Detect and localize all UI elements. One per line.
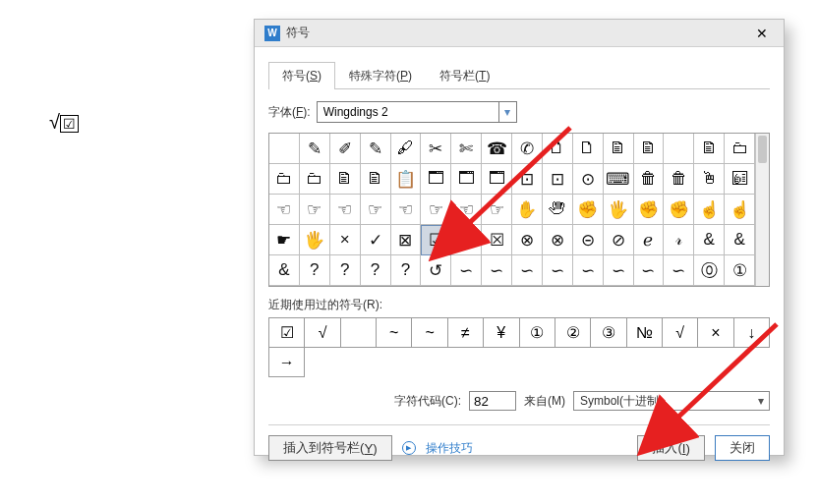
symbol-cell[interactable]: ☝ <box>694 195 725 225</box>
recent-symbol-cell[interactable]: ① <box>520 318 555 348</box>
symbol-cell[interactable]: ☞ <box>300 195 330 225</box>
symbol-cell[interactable]: ⊙ <box>573 164 604 195</box>
close-icon[interactable]: ✕ <box>744 20 780 47</box>
symbol-cell[interactable]: ☞ <box>482 195 512 225</box>
symbol-cell[interactable]: ∽ <box>451 255 482 286</box>
recent-symbol-cell[interactable]: ☑ <box>269 318 305 348</box>
symbol-cell[interactable]: ☜ <box>269 195 300 225</box>
symbol-cell[interactable]: ✄ <box>451 134 482 164</box>
chevron-down-icon[interactable]: ▾ <box>753 394 769 408</box>
symbol-cell[interactable]: 🖑 <box>543 195 573 225</box>
symbol-cell[interactable]: 🗀 <box>300 164 330 195</box>
symbol-cell[interactable]: 🗑 <box>664 164 694 195</box>
symbol-cell[interactable]: ✂ <box>421 134 451 164</box>
symbol-cell[interactable]: 🖐 <box>604 195 634 225</box>
symbol-cell[interactable]: ⌨ <box>604 164 634 195</box>
symbol-cell[interactable]: ⊘ <box>604 225 634 255</box>
symbol-cell[interactable]: 🗟 <box>725 164 755 195</box>
symbol-cell[interactable]: ✐ <box>330 134 361 164</box>
symbol-cell[interactable]: ⊝ <box>573 225 604 255</box>
symbol-cell[interactable]: ↺ <box>421 255 451 286</box>
symbol-cell[interactable]: 🗑 <box>634 164 665 195</box>
symbol-cell[interactable]: & <box>694 225 725 255</box>
recent-symbol-cell[interactable]: ↓ <box>734 318 770 348</box>
symbol-cell[interactable]: ✆ <box>512 134 543 164</box>
symbol-cell[interactable]: 🗋 <box>543 134 573 164</box>
scrollbar-thumb[interactable] <box>758 136 767 163</box>
symbol-cell[interactable]: ☑ <box>421 225 451 255</box>
symbol-cell[interactable]: 🖱 <box>694 164 725 195</box>
symbol-cell[interactable] <box>269 134 300 164</box>
symbol-cell[interactable]: ✊ <box>573 195 604 225</box>
symbol-cell[interactable]: ✋ <box>512 195 543 225</box>
symbol-cell[interactable]: ∽ <box>573 255 604 286</box>
symbol-cell[interactable]: 🖐 <box>300 225 330 255</box>
symbol-cell[interactable]: ☒ <box>482 225 512 255</box>
recent-symbol-cell[interactable]: ~ <box>377 318 412 348</box>
symbol-cell[interactable]: ✊ <box>664 195 694 225</box>
from-combo[interactable]: Symbol(十进制) ▾ <box>573 391 770 411</box>
symbol-cell[interactable]: ✓ <box>361 225 391 255</box>
symbol-cell[interactable]: ⓪ <box>694 255 725 286</box>
symbol-cell[interactable]: 🖋 <box>391 134 422 164</box>
symbol-cell[interactable]: ① <box>725 255 755 286</box>
symbol-cell[interactable]: ⊡ <box>512 164 543 195</box>
insert-button[interactable]: 插入(I) <box>637 435 705 461</box>
recent-symbol-cell[interactable]: ≠ <box>448 318 484 348</box>
recent-symbol-cell[interactable]: √ <box>663 318 698 348</box>
symbol-cell[interactable]: 📋 <box>391 164 422 195</box>
symbol-cell[interactable]: ✊ <box>634 195 665 225</box>
symbol-cell[interactable]: 🗔 <box>421 164 451 195</box>
symbol-cell[interactable]: ☛ <box>269 225 300 255</box>
recent-symbol-cell[interactable]: ¥ <box>484 318 519 348</box>
recent-symbol-cell[interactable] <box>341 318 377 348</box>
symbol-cell[interactable]: ☝ <box>725 195 755 225</box>
tab-special-chars[interactable]: 特殊字符(P) <box>335 62 426 89</box>
symbol-cell[interactable]: ∽ <box>543 255 573 286</box>
symbol-cell[interactable]: ? <box>391 255 422 286</box>
symbol-cell[interactable]: ✎ <box>361 134 391 164</box>
tab-symbols[interactable]: 符号(S) <box>268 62 335 89</box>
scrollbar[interactable] <box>755 134 769 286</box>
symbol-cell[interactable]: & <box>725 225 755 255</box>
symbol-cell[interactable]: 🗎 <box>634 134 665 164</box>
symbol-cell[interactable]: ? <box>300 255 330 286</box>
recent-symbol-cell[interactable]: √ <box>305 318 340 348</box>
symbol-cell[interactable]: 🗔 <box>451 164 482 195</box>
symbol-cell[interactable]: ⊗ <box>512 225 543 255</box>
symbol-cell[interactable]: ∽ <box>512 255 543 286</box>
close-button[interactable]: 关闭 <box>715 435 770 461</box>
symbol-cell[interactable]: ∽ <box>482 255 512 286</box>
symbol-cell[interactable] <box>664 134 694 164</box>
symbol-cell[interactable]: ⊠ <box>391 225 422 255</box>
symbol-cell[interactable]: 🗎 <box>694 134 725 164</box>
symbol-cell[interactable]: 🗎 <box>330 164 361 195</box>
symbol-cell[interactable]: ⊡ <box>543 164 573 195</box>
help-icon[interactable] <box>402 441 416 455</box>
symbol-cell[interactable]: ℯ <box>634 225 665 255</box>
symbol-cell[interactable]: ☒ <box>451 225 482 255</box>
insert-to-toolbar-button[interactable]: 插入到符号栏(Y) <box>268 435 392 461</box>
font-input[interactable] <box>318 102 498 122</box>
symbol-cell[interactable]: ☞ <box>361 195 391 225</box>
recent-symbol-cell[interactable]: × <box>698 318 733 348</box>
symbol-cell[interactable]: ∽ <box>664 255 694 286</box>
symbol-cell[interactable]: × <box>330 225 361 255</box>
tips-link[interactable]: 操作技巧 <box>426 440 473 457</box>
symbol-cell[interactable]: ∽ <box>604 255 634 286</box>
symbol-cell[interactable]: 🗀 <box>725 134 755 164</box>
recent-symbol-cell[interactable]: → <box>269 348 305 377</box>
symbol-cell[interactable]: 🗎 <box>604 134 634 164</box>
chevron-down-icon[interactable]: ▾ <box>498 102 516 122</box>
tab-symbol-bar[interactable]: 符号栏(T) <box>426 62 503 89</box>
recent-symbol-cell[interactable]: ~ <box>412 318 447 348</box>
symbol-cell[interactable]: ? <box>361 255 391 286</box>
symbol-cell[interactable]: ⊗ <box>543 225 573 255</box>
symbol-cell[interactable]: ☞ <box>421 195 451 225</box>
char-code-input[interactable] <box>469 391 516 411</box>
font-combo[interactable]: ▾ <box>317 101 517 123</box>
symbol-cell[interactable]: 🗎 <box>361 164 391 195</box>
symbol-cell[interactable]: ☜ <box>451 195 482 225</box>
symbol-cell[interactable]: ☜ <box>330 195 361 225</box>
symbol-cell[interactable]: & <box>269 255 300 286</box>
